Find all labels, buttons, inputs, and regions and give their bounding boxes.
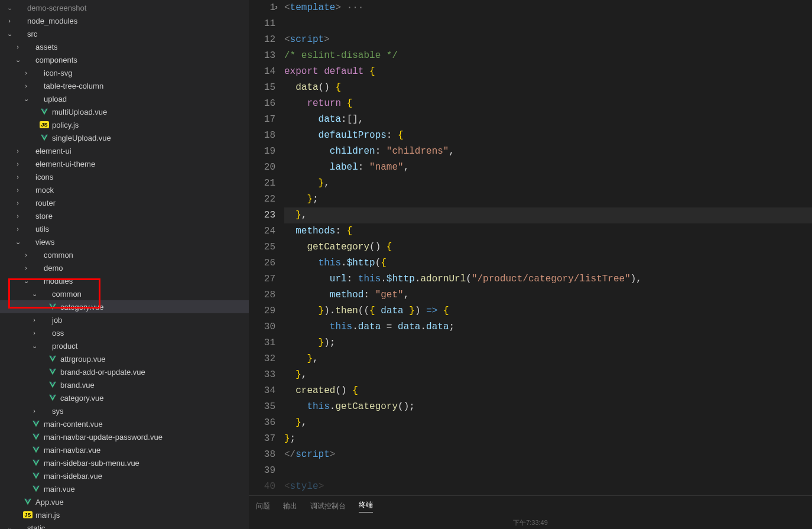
tree-file[interactable]: category.vue [0, 300, 249, 313]
chevron-down-icon[interactable]: ⌄ [13, 238, 22, 246]
tree-file[interactable]: main.vue [0, 482, 249, 495]
tree-folder[interactable]: ›common [0, 248, 249, 261]
code-line[interactable]: getCategory() { [284, 239, 812, 255]
tree-file[interactable]: JSpolicy.js [0, 118, 249, 131]
chevron-down-icon[interactable]: ⌄ [30, 290, 39, 298]
tree-folder[interactable]: ›router [0, 196, 249, 209]
tree-folder[interactable]: ⌄src [0, 27, 249, 40]
code-line[interactable]: }, [284, 207, 812, 223]
code-line[interactable]: ›<template> ··· [284, 0, 812, 16]
tree-folder[interactable]: ›icons [0, 170, 249, 183]
tree-file[interactable]: main-content.vue [0, 417, 249, 430]
tree-folder[interactable]: ›element-ui [0, 144, 249, 157]
code-line[interactable]: data() { [284, 80, 812, 96]
tree-file[interactable]: singleUpload.vue [0, 131, 249, 144]
code-line[interactable]: data:[], [284, 112, 812, 128]
panel-tab[interactable]: 问题 [256, 501, 270, 511]
tree-folder[interactable]: ›table-tree-column [0, 79, 249, 92]
chevron-right-icon[interactable]: › [21, 264, 31, 271]
tree-file[interactable]: brand.vue [0, 378, 249, 391]
chevron-right-icon[interactable]: › [13, 186, 22, 193]
tree-folder[interactable]: ›node_modules [0, 14, 249, 27]
tree-file[interactable]: main-sidebar.vue [0, 469, 249, 482]
code-line[interactable]: }; [284, 192, 812, 207]
code-line[interactable]: method: "get", [284, 287, 812, 303]
tree-folder[interactable]: ⌄common [0, 287, 249, 300]
code-line[interactable]: }, [284, 176, 812, 192]
tree-file[interactable]: main-sidebar-sub-menu.vue [0, 456, 249, 469]
tree-folder[interactable]: ›sys [0, 404, 249, 417]
code-editor[interactable]: 1111213141516171819202122232425262728293… [249, 0, 812, 495]
tree-folder[interactable]: ⌄demo-screenshot [0, 1, 249, 14]
code-line[interactable]: children: "childrens", [284, 144, 812, 160]
tree-folder[interactable]: ⌄views [0, 235, 249, 248]
tree-folder[interactable]: ⌄product [0, 339, 249, 352]
code-line[interactable]: this.getCategory(); [284, 399, 812, 415]
chevron-right-icon[interactable]: › [13, 160, 22, 167]
tree-folder[interactable]: ⌄components [0, 53, 249, 66]
code-line[interactable] [284, 463, 812, 479]
code-line[interactable]: this.$http({ [284, 255, 812, 271]
code-line[interactable]: }, [284, 415, 812, 431]
code-line[interactable]: }; [284, 431, 812, 447]
panel-tab[interactable]: 输出 [283, 501, 297, 511]
code-line[interactable]: return { [284, 96, 812, 112]
code-line[interactable]: <style> [284, 479, 812, 495]
tree-file[interactable]: main-navbar.vue [0, 443, 249, 456]
chevron-down-icon[interactable]: ⌄ [5, 30, 14, 38]
tree-folder[interactable]: ›element-ui-theme [0, 157, 249, 170]
code-line[interactable]: defaultProps: { [284, 128, 812, 144]
tree-folder[interactable]: ›icon-svg [0, 66, 249, 79]
tree-folder[interactable]: ›store [0, 209, 249, 222]
chevron-right-icon[interactable]: › [21, 69, 31, 76]
chevron-down-icon[interactable]: ⌄ [5, 4, 14, 12]
code-line[interactable]: }).then(({ data }) => { [284, 303, 812, 319]
code-line[interactable]: export default { [284, 64, 812, 80]
chevron-down-icon[interactable]: ⌄ [21, 95, 31, 103]
tree-folder[interactable]: ⌄modules [0, 274, 249, 287]
chevron-right-icon[interactable]: › [13, 147, 22, 154]
chevron-down-icon[interactable]: ⌄ [30, 342, 39, 350]
chevron-down-icon[interactable]: ⌄ [5, 524, 14, 530]
tree-file[interactable]: main-navbar-update-password.vue [0, 430, 249, 443]
panel-tab[interactable]: 调试控制台 [310, 501, 346, 511]
chevron-right-icon[interactable]: › [13, 212, 22, 219]
tree-folder[interactable]: ›job [0, 313, 249, 326]
panel-tab[interactable]: 终端 [359, 500, 373, 512]
fold-chevron-icon[interactable]: › [274, 0, 278, 16]
chevron-right-icon[interactable]: › [13, 173, 22, 180]
code-line[interactable]: methods: { [284, 223, 812, 239]
code-line[interactable]: }, [284, 351, 812, 367]
chevron-down-icon[interactable]: ⌄ [13, 56, 22, 64]
chevron-right-icon[interactable]: › [13, 225, 22, 232]
file-tree[interactable]: ⌄demo-screenshot›node_modules⌄src›assets… [0, 0, 249, 529]
tree-folder[interactable]: ›demo [0, 261, 249, 274]
code-line[interactable]: /* eslint-disable */ [284, 48, 812, 64]
code-line[interactable]: }, [284, 367, 812, 383]
code-line[interactable]: }); [284, 335, 812, 351]
code-line[interactable]: this.data = data.data; [284, 319, 812, 335]
chevron-right-icon[interactable]: › [30, 329, 39, 336]
code-content[interactable]: ›<template> ···<script>/* eslint-disable… [284, 0, 812, 495]
tree-folder[interactable]: ›utils [0, 222, 249, 235]
chevron-right-icon[interactable]: › [13, 199, 22, 206]
tree-folder[interactable]: ⌄upload [0, 92, 249, 105]
tree-folder[interactable]: ⌄static [0, 521, 249, 529]
tree-file[interactable]: category.vue [0, 391, 249, 404]
chevron-right-icon[interactable]: › [21, 82, 31, 89]
tree-folder[interactable]: ›mock [0, 183, 249, 196]
tree-file[interactable]: multiUpload.vue [0, 105, 249, 118]
chevron-right-icon[interactable]: › [30, 407, 39, 414]
code-line[interactable]: url: this.$http.adornUrl("/product/categ… [284, 271, 812, 287]
chevron-right-icon[interactable]: › [13, 43, 22, 50]
tree-file[interactable]: brand-add-or-update.vue [0, 365, 249, 378]
tree-file[interactable]: JSmain.js [0, 508, 249, 521]
code-line[interactable] [284, 16, 812, 32]
tree-folder[interactable]: ›assets [0, 40, 249, 53]
file-explorer-sidebar[interactable]: ⌄demo-screenshot›node_modules⌄src›assets… [0, 0, 249, 529]
chevron-down-icon[interactable]: ⌄ [21, 277, 31, 285]
code-line[interactable]: </script> [284, 447, 812, 463]
code-line[interactable]: created() { [284, 383, 812, 399]
code-line[interactable]: label: "name", [284, 160, 812, 176]
chevron-right-icon[interactable]: › [21, 251, 31, 258]
